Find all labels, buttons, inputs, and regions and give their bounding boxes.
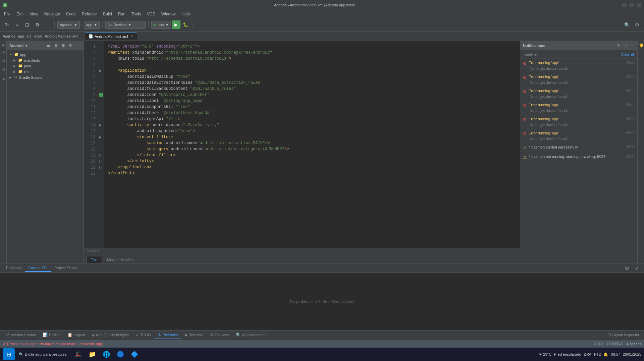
module-dropdown[interactable]: app▼	[84, 21, 100, 29]
tab-problems-problems[interactable]: Problems	[3, 264, 25, 272]
start-button[interactable]: ⊞	[3, 348, 15, 360]
tab-services[interactable]: ⚙ Services	[207, 331, 232, 339]
breadcrumb-file[interactable]: AndroidManifest.xml	[45, 34, 78, 38]
gutter-10	[97, 98, 104, 104]
menu-run[interactable]: Run	[115, 11, 128, 17]
notif-item-4[interactable]: ⊘ Error running 'app' 09:43 No target de…	[520, 115, 637, 129]
project-settings-button[interactable]: ⚙	[67, 43, 73, 49]
notifications-settings-button[interactable]: ⚙	[615, 43, 622, 48]
favorites-side-icon[interactable]: ★	[0, 75, 6, 82]
tree-item-manifests[interactable]: ▶ 📁 manifests	[7, 57, 84, 63]
taskbar-lang[interactable]: BRA	[584, 352, 592, 356]
tab-close-button[interactable]: ✕	[131, 35, 133, 38]
breadcrumb-app[interactable]: app	[18, 34, 24, 38]
run-button[interactable]: ▶	[172, 20, 180, 29]
menu-build[interactable]: Build	[100, 11, 115, 17]
notif-item-1[interactable]: ⊘ Error running 'app' 09:45 No target de…	[520, 73, 637, 87]
tab-version-control[interactable]: ⎇ Version Control	[1, 331, 39, 339]
taskbar-files[interactable]: 📁	[86, 348, 99, 360]
tab-profiler[interactable]: 📊 Profiler	[39, 331, 64, 339]
run-config-dropdown[interactable]: ▶ app ▼	[151, 21, 171, 29]
notif-item-6[interactable]: ⚠ * daemon started successfully 09:37	[520, 143, 637, 153]
bookmarks-side-icon[interactable]: B	[1, 58, 6, 63]
menu-file[interactable]: File	[1, 11, 13, 17]
breadcrumb-main[interactable]: main	[34, 34, 42, 38]
settings-gear-button[interactable]: ⚙	[633, 20, 641, 29]
structure-button[interactable]: ≡	[13, 20, 21, 29]
tree-item-res[interactable]: ▶ 📁 res	[7, 69, 84, 74]
taskbar-chrome[interactable]: 🔵	[114, 348, 127, 360]
app-inspection-icon: 🔍	[236, 333, 241, 337]
project-side-icon[interactable]: P	[1, 42, 6, 47]
breadcrumb-src[interactable]: src	[27, 34, 32, 38]
device-dropdown[interactable]: No Devices▼	[105, 21, 146, 29]
notifications-side-icon[interactable]: 🔔	[638, 42, 644, 49]
tab-logcat[interactable]: 📋 Logcat	[64, 331, 88, 339]
menu-help[interactable]: Help	[179, 11, 193, 17]
project-close-button[interactable]: −	[75, 43, 81, 49]
notifications-close-button[interactable]: −	[630, 43, 635, 48]
breadcrumb-agenda[interactable]: Agenda	[3, 34, 15, 38]
taskbar-intellij[interactable]: 🎩	[72, 348, 85, 360]
taskbar-search[interactable]: 🔍 Digite aqui para pesquisar	[16, 348, 70, 360]
menu-code[interactable]: Code	[63, 11, 78, 17]
search-everywhere-button[interactable]: 🔍	[623, 20, 631, 29]
status-position[interactable]: 22:12	[593, 342, 603, 346]
problems-settings-button[interactable]: ⚙	[623, 264, 631, 273]
android-dropdown[interactable]: Android ▼	[9, 44, 44, 48]
notif-item-7[interactable]: ⚠ * daemon not running: starting now at …	[520, 153, 637, 162]
tab-app-quality[interactable]: ◈ App Quality Insights	[88, 331, 132, 339]
notif-item-3[interactable]: ⊘ Error running 'app' 09:44 No target de…	[520, 101, 637, 115]
notif-item-5[interactable]: ⊘ Error running 'app' 09:42 No target de…	[520, 129, 637, 143]
notif-item-0[interactable]: ⊘ Error running 'app' 09:57 No target de…	[520, 59, 637, 73]
notif-time-7: 09:37	[626, 155, 635, 158]
tab-merged-manifest[interactable]: Merged Manifest	[103, 256, 139, 263]
project-expand-button[interactable]: ⊞	[53, 43, 59, 49]
problems-expand-button[interactable]: ⤢	[633, 264, 641, 273]
tab-app-inspection[interactable]: 🔍 App Inspection	[232, 331, 270, 339]
tab-terminal[interactable]: ▶ Terminal	[181, 331, 207, 339]
close-button[interactable]: ✕	[637, 3, 641, 7]
collapse-button[interactable]: ⊟	[23, 20, 32, 29]
taskbar-lang2[interactable]: PT2	[594, 352, 601, 356]
menu-navigate[interactable]: Navigate	[42, 11, 63, 17]
build-side-icon[interactable]: ⚒	[0, 66, 6, 73]
project-cog-button[interactable]: ☰	[45, 43, 51, 49]
project-dropdown[interactable]: Agenda▼	[57, 21, 80, 29]
clear-all-button[interactable]: Clear all	[621, 52, 635, 56]
status-indent[interactable]: 4 spaces	[627, 342, 641, 346]
notifications-expand-button[interactable]: ⤢	[623, 43, 629, 48]
project-collapse-button[interactable]: ⊟	[60, 43, 66, 49]
notif-item-2[interactable]: ⊘ Error running 'app' 09:44 No target de…	[520, 87, 637, 101]
tab-project-errors[interactable]: Project Errors	[51, 264, 80, 272]
menu-tools[interactable]: Tools	[129, 11, 144, 17]
menu-view[interactable]: View	[27, 11, 41, 17]
taskbar-edge[interactable]: 🌐	[100, 348, 113, 360]
tree-item-gradle[interactable]: ▶ ⚙ Gradle Scripts	[7, 74, 84, 80]
structure-side-icon[interactable]: S	[1, 50, 6, 55]
code-editor[interactable]: <?xml version="1.0" encoding="utf-8"?> <…	[104, 41, 520, 248]
sync-button[interactable]: ↻	[3, 20, 11, 29]
edge-icon: 🌐	[103, 351, 110, 358]
status-encoding[interactable]: LF UTF-8	[607, 342, 623, 346]
minus-button[interactable]: −	[43, 20, 52, 29]
menu-refactor[interactable]: Refactor	[79, 11, 100, 17]
tab-layout-inspector[interactable]: ⊞ Layout Inspector	[604, 331, 643, 339]
menu-edit[interactable]: Edit	[14, 11, 26, 17]
tab-problems[interactable]: ⚠ Problems	[154, 331, 181, 339]
tab-current-file[interactable]: Current File	[25, 264, 51, 272]
settings-button[interactable]: ⚙	[33, 20, 42, 29]
taskbar-notify-icon[interactable]: 🔔	[603, 352, 608, 357]
menu-window[interactable]: Window	[159, 11, 178, 17]
maximize-button[interactable]: □	[629, 3, 634, 7]
tree-item-java[interactable]: ▶ 📁 java	[7, 63, 84, 69]
tab-text[interactable]: Text	[87, 256, 102, 263]
minimize-button[interactable]: —	[622, 3, 627, 7]
file-tab-manifest[interactable]: 📄 AndroidManifest.xml ✕	[85, 33, 137, 40]
menu-vcs[interactable]: VCS	[144, 11, 158, 17]
debug-button[interactable]: 🐛	[181, 20, 190, 29]
tree-item-app[interactable]: ▼ 📁 app	[7, 52, 84, 57]
toolbar-separator-4	[193, 21, 193, 28]
tab-todo[interactable]: ✓ TODO	[132, 331, 154, 339]
taskbar-extra[interactable]: 🔷	[128, 348, 141, 360]
